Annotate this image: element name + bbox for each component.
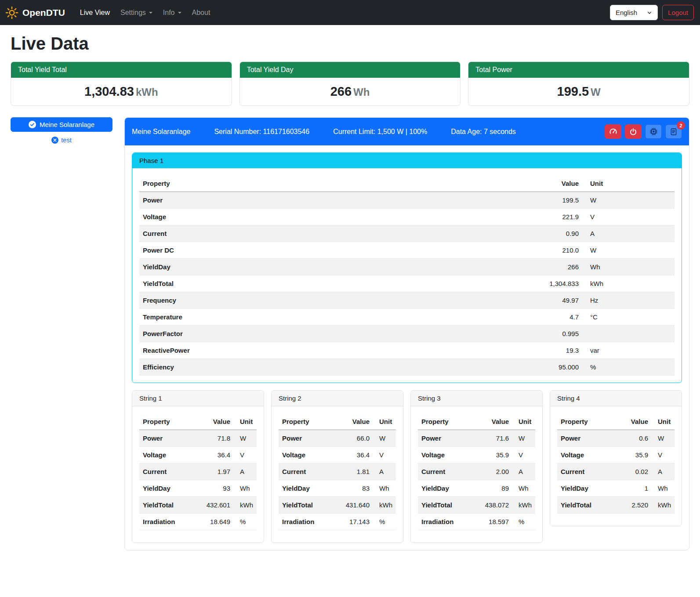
nav-settings[interactable]: Settings: [115, 5, 158, 20]
caret-down-icon: [149, 12, 152, 14]
value-cell: 19.3: [521, 342, 582, 359]
column-value: Value: [619, 413, 652, 430]
power-icon: [629, 128, 637, 136]
nav-live-view[interactable]: Live View: [75, 5, 115, 20]
power-button[interactable]: [625, 124, 642, 139]
unit-cell: [582, 326, 675, 342]
unit-cell: A: [234, 463, 257, 480]
unit-cell: V: [234, 447, 257, 463]
nav-info[interactable]: Info: [158, 5, 187, 20]
sidebar-item-label: test: [61, 137, 71, 144]
unit-cell: A: [582, 225, 675, 242]
unit-cell: V: [512, 447, 535, 463]
value-cell: 431.640: [341, 497, 373, 514]
journal-icon: [670, 128, 678, 136]
table-row: Power DC 210.0 W: [139, 242, 675, 259]
table-header-row: Property Value Unit: [557, 413, 675, 430]
property-cell: YieldTotal: [418, 497, 480, 514]
unit-cell: A: [652, 463, 675, 480]
property-cell: YieldTotal: [139, 497, 201, 514]
value-cell: 266: [521, 259, 582, 275]
value-cell: 17.143: [341, 514, 373, 530]
property-cell: Voltage: [279, 447, 341, 463]
property-cell: Power: [418, 430, 480, 447]
column-unit: Unit: [373, 413, 396, 430]
unit-cell: kWh: [512, 497, 535, 514]
summary-card: Total Power 199.5W: [468, 62, 689, 106]
column-property: Property: [557, 413, 619, 430]
summary-cards: Total Yield Total 1,304.83kWh Total Yiel…: [0, 62, 700, 106]
property-cell: Current: [418, 463, 480, 480]
property-cell: Power DC: [139, 242, 521, 259]
unit-cell: kWh: [234, 497, 257, 514]
table-row: Irradiation 17.143 %: [279, 514, 396, 530]
phase-card-title: Phase 1: [132, 153, 682, 168]
inverter-panel-header: Meine Solaranlage Serial Number: 1161716…: [125, 118, 689, 145]
device-info-button[interactable]: [645, 124, 662, 139]
brand-logo[interactable]: OpenDTU: [5, 6, 65, 19]
unit-cell: A: [373, 463, 396, 480]
limit-settings-button[interactable]: [605, 124, 621, 139]
sidebar-item-label: Meine Solaranlage: [40, 121, 94, 128]
property-cell: YieldTotal: [139, 275, 521, 292]
nav-settings-label: Settings: [120, 9, 146, 17]
table-row: Current 1.81 A: [279, 463, 396, 480]
unit-cell: %: [234, 514, 257, 530]
string-card-2: String 2 Property Value Unit: [271, 390, 403, 543]
language-select[interactable]: English: [610, 5, 658, 20]
page-title: Live Data: [0, 34, 700, 54]
unit-cell: Wh: [512, 480, 535, 497]
property-cell: YieldDay: [279, 480, 341, 497]
event-log-button[interactable]: 2: [665, 124, 682, 139]
x-circle-icon: [51, 137, 58, 144]
nav-about[interactable]: About: [187, 5, 216, 20]
table-row: YieldDay 93 Wh: [139, 480, 257, 497]
unit-cell: A: [512, 463, 535, 480]
sidebar-item-meine-solaranlage[interactable]: Meine Solaranlage: [11, 117, 112, 132]
value-cell: 199.5: [521, 192, 582, 209]
summary-value: 1,304.83: [84, 84, 134, 98]
property-cell: Current: [139, 225, 521, 242]
unit-cell: Wh: [234, 480, 257, 497]
sidebar-item-test[interactable]: test: [11, 137, 112, 144]
logout-button[interactable]: Logout: [662, 5, 694, 20]
column-property: Property: [139, 175, 521, 192]
property-cell: Efficiency: [139, 359, 521, 376]
unit-cell: kWh: [373, 497, 396, 514]
table-row: YieldTotal 1,304.833 kWh: [139, 275, 675, 292]
value-cell: 93: [201, 480, 234, 497]
table-row: YieldTotal 438.072 kWh: [418, 497, 535, 514]
string-card-title: String 2: [272, 391, 403, 406]
sun-icon: [5, 6, 18, 19]
brand-name: OpenDTU: [22, 7, 65, 18]
value-cell: 36.4: [341, 447, 373, 463]
property-cell: YieldDay: [139, 480, 201, 497]
unit-cell: kWh: [652, 497, 675, 514]
string-card-title: String 4: [550, 391, 682, 406]
unit-cell: V: [652, 447, 675, 463]
table-row: Voltage 221.9 V: [139, 209, 675, 225]
unit-cell: %: [512, 514, 535, 530]
table-row: YieldDay 89 Wh: [418, 480, 535, 497]
column-property: Property: [139, 413, 201, 430]
strings-grid: String 1 Property Value Unit: [132, 390, 682, 543]
property-cell: Current: [279, 463, 341, 480]
unit-cell: W: [234, 430, 257, 447]
string-card-body: Property Value Unit Power 71.6 W: [411, 406, 542, 543]
property-cell: Voltage: [557, 447, 619, 463]
summary-card-title: Total Yield Day: [240, 62, 461, 78]
summary-unit: W: [591, 86, 601, 98]
table-row: Current 1.97 A: [139, 463, 257, 480]
column-unit: Unit: [234, 413, 257, 430]
table-row: Temperature 4.7 °C: [139, 309, 675, 326]
value-cell: 0.995: [521, 326, 582, 342]
table-row: Voltage 36.4 V: [139, 447, 257, 463]
value-cell: 0.02: [619, 463, 652, 480]
table-row: Power 199.5 W: [139, 192, 675, 209]
property-cell: Temperature: [139, 309, 521, 326]
value-cell: 71.6: [480, 430, 512, 447]
serial-number: Serial Number: 116171603546: [214, 128, 309, 136]
value-cell: 1.97: [201, 463, 234, 480]
property-cell: Power: [139, 430, 201, 447]
nav-info-label: Info: [163, 9, 175, 17]
